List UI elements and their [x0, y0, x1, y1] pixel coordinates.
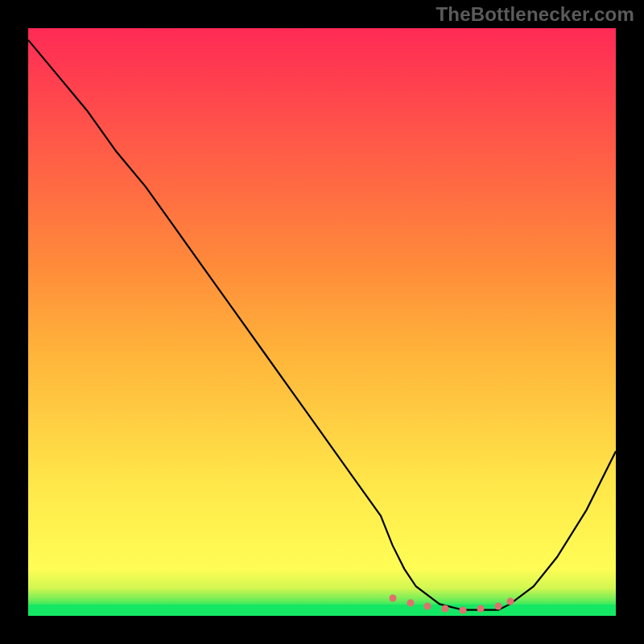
- chart-frame: TheBottlenecker.com: [0, 0, 644, 644]
- bottleneck-curve: [28, 40, 616, 610]
- watermark-text: TheBottlenecker.com: [436, 3, 634, 26]
- curve-layer: [28, 28, 616, 616]
- plot-area: [28, 28, 616, 616]
